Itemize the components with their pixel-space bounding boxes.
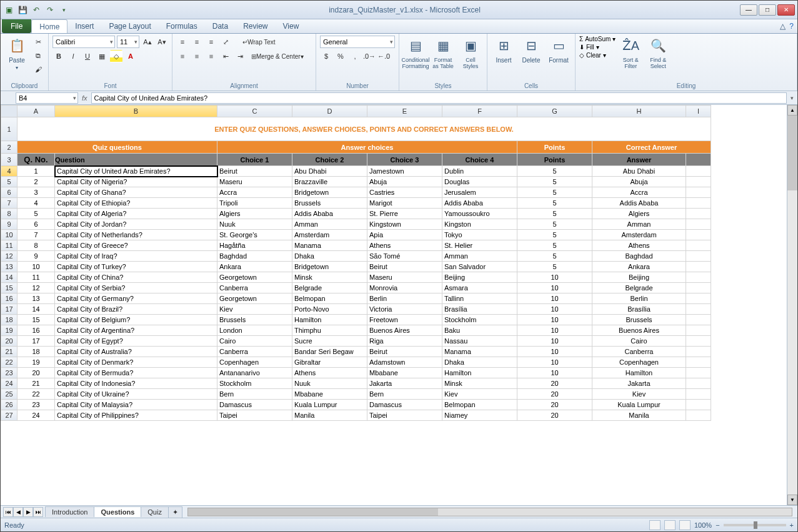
cell[interactable]	[686, 368, 711, 378]
cell[interactable]: Capital City of Ethiopia?	[55, 198, 217, 209]
cell[interactable]: 5	[517, 262, 592, 272]
cell[interactable]: Abu Dhabi	[292, 166, 367, 177]
row-header[interactable]: 19	[1, 325, 17, 336]
cell[interactable]: Hagåtña	[217, 240, 292, 251]
cell[interactable]: 10	[517, 315, 592, 325]
cell[interactable]: Amman	[292, 219, 367, 230]
horizontal-scrollbar[interactable]	[187, 508, 792, 516]
cell[interactable]: 5	[517, 251, 592, 262]
cell[interactable]: Athens	[592, 240, 686, 251]
cell[interactable]: Hamilton	[442, 368, 517, 378]
cell[interactable]: Brasília	[592, 304, 686, 315]
minimize-button[interactable]: —	[740, 4, 757, 16]
row-header[interactable]: 12	[1, 251, 17, 262]
cell[interactable]	[686, 378, 711, 389]
cell[interactable]	[686, 293, 711, 304]
cell[interactable]: Thimphu	[292, 325, 367, 336]
page-layout-view-icon[interactable]	[664, 520, 676, 530]
cell[interactable]: 5	[17, 209, 55, 219]
cell[interactable]: Asmara	[442, 283, 517, 293]
row-header[interactable]: 4	[1, 166, 17, 177]
cell[interactable]: Accra	[592, 187, 686, 198]
cell[interactable]: 24	[17, 410, 55, 421]
bold-button[interactable]: B	[52, 50, 65, 62]
undo-icon[interactable]: ↶	[31, 4, 42, 16]
cell[interactable]: Capital City of Malaysia?	[55, 400, 217, 410]
cell[interactable]: 20	[517, 389, 592, 400]
cell[interactable]: Stockholm	[442, 315, 517, 325]
cell[interactable]: Nuuk	[292, 378, 367, 389]
cell[interactable]	[686, 389, 711, 400]
font-color-icon[interactable]: A	[124, 50, 137, 62]
delete-cells-button[interactable]: ⊟Delete	[519, 36, 544, 64]
cell[interactable]	[686, 230, 711, 240]
cell[interactable]: Maseru	[217, 177, 292, 187]
cell[interactable]: Georgetown	[217, 272, 292, 283]
row-header[interactable]: 14	[1, 272, 17, 283]
cell-styles-button[interactable]: ▣Cell Styles	[458, 36, 483, 69]
cell[interactable]	[686, 219, 711, 230]
cell[interactable]	[686, 240, 711, 251]
maximize-button[interactable]: □	[759, 4, 776, 16]
cell[interactable]: Capital City of Greece?	[55, 240, 217, 251]
cell[interactable]: Maseru	[367, 272, 442, 283]
cell[interactable]: Gibraltar	[292, 357, 367, 368]
cell[interactable]: Bandar Seri Begaw	[292, 347, 367, 357]
copy-icon[interactable]: ⧉	[32, 49, 44, 62]
cell[interactable]: 14	[17, 304, 55, 315]
cell[interactable]: Freetown	[367, 315, 442, 325]
cell[interactable]: 10	[517, 368, 592, 378]
zoom-slider[interactable]	[724, 524, 786, 526]
border-icon[interactable]: ▦	[96, 50, 108, 62]
cell[interactable]: Beirut	[367, 262, 442, 272]
fill-button[interactable]: ⬇ Fill ▾	[579, 44, 616, 51]
cell[interactable]: Brussels	[592, 315, 686, 325]
grow-font-icon[interactable]: A▴	[141, 36, 154, 48]
cell[interactable]: Accra	[217, 187, 292, 198]
cell[interactable]: Capital City of Philippines?	[55, 410, 217, 421]
scroll-down-icon[interactable]: ▼	[787, 495, 797, 505]
sheet-nav-last-icon[interactable]: ⏭	[33, 507, 43, 517]
formula-bar[interactable]: Capital City of United Arab Emirates?	[91, 92, 787, 104]
tab-view[interactable]: View	[276, 19, 307, 33]
sheet-nav-next-icon[interactable]: ▶	[23, 507, 33, 517]
cell[interactable]: Capital City of Netherlands?	[55, 230, 217, 240]
cell[interactable]: 23	[17, 400, 55, 410]
cell[interactable]: Niamey	[442, 410, 517, 421]
cell[interactable]: 20	[17, 368, 55, 378]
cell[interactable]: 10	[517, 357, 592, 368]
cell[interactable]	[686, 262, 711, 272]
vertical-scrollbar[interactable]: ▲ ▼	[787, 105, 797, 505]
cell[interactable]	[686, 283, 711, 293]
cell[interactable]: Tripoli	[217, 198, 292, 209]
cell[interactable]: 10	[517, 283, 592, 293]
cell[interactable]: Brasília	[442, 304, 517, 315]
cell[interactable]: Jerusalem	[442, 187, 517, 198]
cell[interactable]: Algiers	[592, 209, 686, 219]
cell[interactable]: Mbabane	[292, 389, 367, 400]
cell[interactable]: Manama	[442, 347, 517, 357]
cell[interactable]: 2	[17, 177, 55, 187]
normal-view-icon[interactable]	[649, 520, 661, 530]
cell[interactable]: Nuuk	[217, 219, 292, 230]
cell[interactable]: 5	[517, 177, 592, 187]
cell[interactable]: Athens	[292, 368, 367, 378]
cell[interactable]: Dhaka	[292, 251, 367, 262]
cell[interactable]: Kiev	[217, 304, 292, 315]
percent-icon[interactable]: %	[334, 50, 347, 62]
shrink-font-icon[interactable]: A▾	[156, 36, 168, 48]
font-name-combo[interactable]: Calibri	[52, 36, 115, 48]
cell[interactable]: Berlin	[592, 293, 686, 304]
minimize-ribbon-icon[interactable]: △	[780, 22, 786, 31]
cell[interactable]: Abuja	[367, 177, 442, 187]
cell[interactable]: 12	[17, 283, 55, 293]
cell[interactable]: 15	[17, 315, 55, 325]
cell[interactable]	[686, 251, 711, 262]
row-header[interactable]: 22	[1, 357, 17, 368]
cell[interactable]: Antananarivo	[217, 368, 292, 378]
col-header[interactable]: I	[686, 106, 711, 117]
sheet-nav-first-icon[interactable]: ⏮	[3, 507, 13, 517]
cell[interactable]: Canberra	[217, 347, 292, 357]
cell[interactable]: Douglas	[442, 177, 517, 187]
cell[interactable]: Addis Ababa	[292, 209, 367, 219]
